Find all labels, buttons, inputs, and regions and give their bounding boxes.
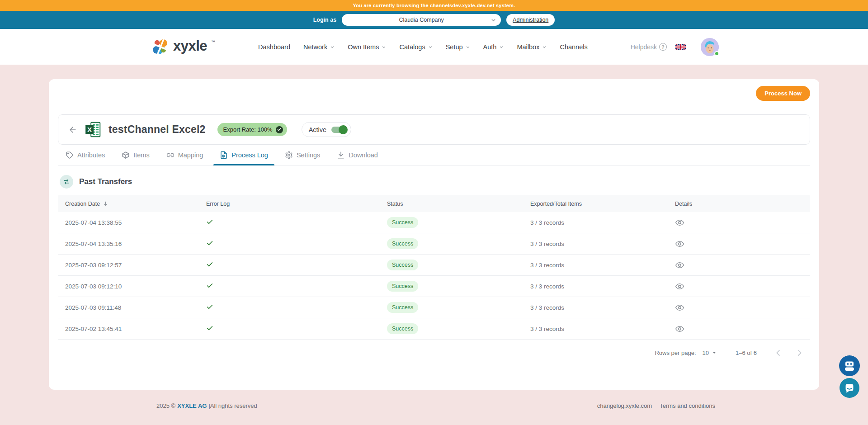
- check-icon: [206, 303, 213, 311]
- status-badge: Success: [387, 281, 418, 292]
- page-footer: 2025 © XYXLE AG |All rights reserved cha…: [0, 402, 868, 409]
- logo-wordmark: xyxle: [173, 38, 207, 54]
- gear-icon: [285, 151, 293, 159]
- status-cell: Success: [387, 238, 530, 249]
- system-environment-banner-text: You are currently browsing the channelsd…: [353, 3, 515, 8]
- nav-item-own-items[interactable]: Own Items: [348, 43, 386, 51]
- column-header-creation-date[interactable]: Creation Date: [65, 201, 206, 207]
- nav-item-network[interactable]: Network: [303, 43, 335, 51]
- check-icon: [206, 240, 213, 247]
- excel-file-icon: X: [85, 121, 101, 138]
- nav-item-catalogs[interactable]: Catalogs: [399, 43, 432, 51]
- exported-cell: 3 / 3 records: [530, 304, 675, 311]
- eye-icon: [675, 324, 684, 334]
- sort-descending-icon[interactable]: [103, 201, 108, 207]
- status-badge: Success: [387, 238, 418, 249]
- table-row: 2025-07-04 13:35:16 Success 3 / 3 record…: [58, 233, 810, 255]
- company-select[interactable]: Claudia Company: [342, 14, 501, 26]
- details-cell: [675, 260, 810, 270]
- tab-process-log[interactable]: Process Log: [220, 145, 268, 165]
- column-header-details: Details: [675, 201, 810, 207]
- creation-date-cell: 2025-07-03 09:11:48: [65, 304, 206, 311]
- channel-detail-card: Process Now X testChannel Excel2: [49, 79, 819, 390]
- chevron-right-icon: [795, 349, 804, 357]
- check-icon: [206, 325, 213, 332]
- status-cell: Success: [387, 281, 530, 292]
- nav-item-setup[interactable]: Setup: [446, 43, 470, 51]
- active-toggle-switch[interactable]: [331, 127, 346, 133]
- nav-item-mailbox[interactable]: Mailbox: [517, 43, 547, 51]
- error-log-cell: [206, 303, 387, 312]
- exported-cell: 3 / 3 records: [530, 241, 675, 247]
- channel-tabs: Attributes Items Mapping Process Log Set…: [58, 145, 810, 165]
- details-view-button[interactable]: [675, 260, 684, 270]
- details-cell: [675, 282, 810, 291]
- support-chat-button[interactable]: [840, 378, 859, 398]
- tab-download[interactable]: Download: [337, 145, 378, 165]
- user-avatar[interactable]: [701, 38, 719, 56]
- exported-cell: 3 / 3 records: [530, 283, 675, 290]
- active-toggle-group: Active: [302, 122, 352, 137]
- export-rate-badge: Export Rate: 100%: [217, 123, 287, 136]
- changelog-link[interactable]: changelog.xyxle.com: [597, 402, 652, 409]
- box-icon: [122, 151, 130, 159]
- robot-icon: [842, 359, 857, 373]
- floating-buttons: [839, 355, 860, 398]
- details-view-button[interactable]: [675, 324, 684, 334]
- table-pagination: Rows per page: 10 1–6 of 6: [58, 340, 810, 366]
- login-as-bar: Login as Claudia Company Administration: [0, 11, 868, 29]
- chatbot-button[interactable]: [839, 355, 860, 376]
- chevron-down-icon: [542, 45, 547, 49]
- error-log-cell: [206, 240, 387, 248]
- nav-item-auth[interactable]: Auth: [483, 43, 504, 51]
- details-view-button[interactable]: [675, 239, 684, 249]
- chevron-down-icon: [428, 45, 433, 49]
- details-view-button[interactable]: [675, 282, 684, 291]
- xyxle-logo[interactable]: xyxle ™: [152, 38, 215, 56]
- login-as-label: Login as: [313, 17, 336, 23]
- error-log-cell: [206, 261, 387, 269]
- back-button[interactable]: [68, 125, 77, 134]
- administration-button[interactable]: Administration: [506, 14, 555, 26]
- footer-links: changelog.xyxle.com Terms and conditions: [597, 402, 715, 409]
- next-page-button[interactable]: [795, 349, 804, 357]
- online-status-dot: [714, 51, 719, 56]
- creation-date-cell: 2025-07-04 13:38:55: [65, 219, 206, 226]
- footer-company-link[interactable]: XYXLE AG: [177, 402, 207, 409]
- helpdesk-link[interactable]: Helpdesk ?: [631, 43, 667, 51]
- process-now-button[interactable]: Process Now: [756, 86, 810, 101]
- previous-page-button[interactable]: [774, 349, 783, 357]
- xyxle-logo-mark-icon: [152, 38, 169, 56]
- logo-trademark: ™: [211, 40, 215, 44]
- transfer-arrows-icon: [60, 175, 73, 189]
- tab-settings[interactable]: Settings: [285, 145, 320, 165]
- tab-attributes[interactable]: Attributes: [66, 145, 105, 165]
- terms-link[interactable]: Terms and conditions: [660, 402, 715, 409]
- company-select-value: Claudia Company: [399, 17, 443, 23]
- check-circle-icon: [276, 126, 283, 133]
- active-label: Active: [309, 126, 327, 133]
- chevron-down-icon: [712, 350, 717, 355]
- creation-date-cell: 2025-07-04 13:35:16: [65, 241, 206, 247]
- nav-item-channels[interactable]: Channels: [560, 43, 587, 51]
- column-header-exported-total: Exported/Total Items: [530, 201, 675, 207]
- check-icon: [206, 282, 213, 289]
- footer-copyright: 2025 © XYXLE AG |All rights reserved: [156, 402, 257, 409]
- tab-items[interactable]: Items: [122, 145, 149, 165]
- nav-item-dashboard[interactable]: Dashboard: [258, 43, 290, 51]
- header-right-cluster: Helpdesk ?: [631, 38, 719, 56]
- chevron-down-icon: [499, 45, 504, 49]
- status-cell: Success: [387, 323, 530, 334]
- column-header-error-log: Error Log: [206, 201, 387, 207]
- details-view-button[interactable]: [675, 218, 684, 227]
- check-icon: [206, 261, 213, 268]
- details-view-button[interactable]: [675, 303, 684, 312]
- eye-icon: [675, 239, 684, 249]
- language-flag-uk-icon[interactable]: [675, 44, 686, 50]
- tab-mapping[interactable]: Mapping: [166, 145, 203, 165]
- svg-text:X: X: [87, 126, 92, 133]
- rows-per-page-select[interactable]: 10: [703, 349, 717, 356]
- eye-icon: [675, 282, 684, 291]
- table-row: 2025-07-04 13:38:55 Success 3 / 3 record…: [58, 212, 810, 233]
- status-badge: Success: [387, 302, 418, 313]
